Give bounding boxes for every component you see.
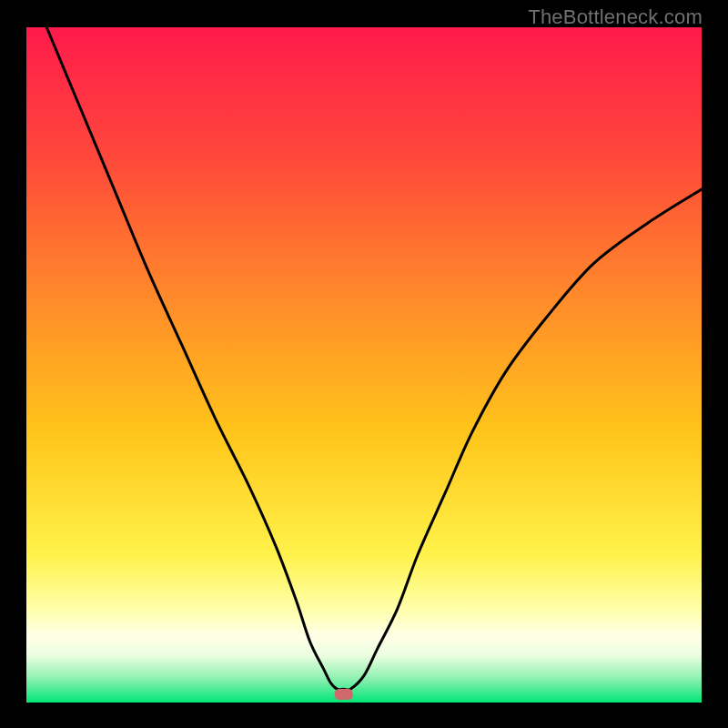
bottleneck-chart xyxy=(26,27,702,703)
gradient-rect xyxy=(26,27,702,703)
optimal-marker xyxy=(335,689,353,700)
chart-frame xyxy=(26,27,702,703)
watermark-text: TheBottleneck.com xyxy=(528,5,703,29)
